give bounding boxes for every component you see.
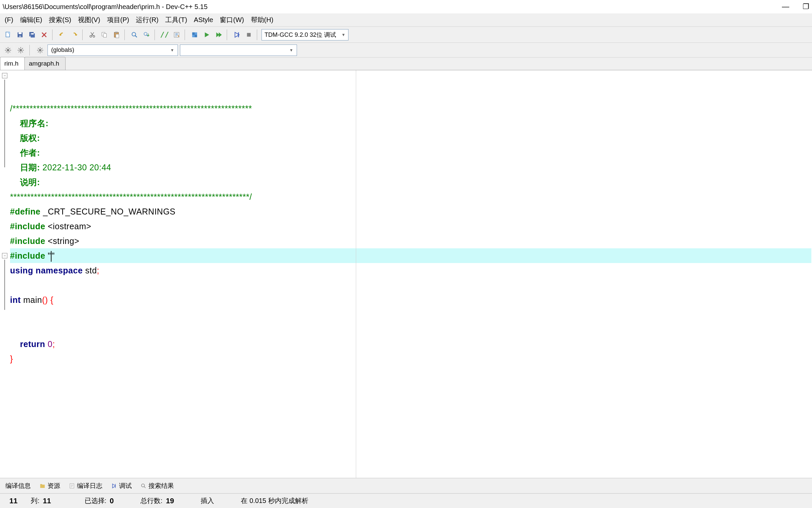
svg-point-25 [19,49,22,51]
svg-rect-27 [40,484,45,488]
status-line: 11 [3,497,24,505]
menu-window[interactable]: 窗口(W) [217,14,247,26]
bottom-tabs: 编译信息 资源 编译日志 调试 搜索结果 [0,478,812,493]
menu-tools[interactable]: 工具(T) [162,14,191,26]
status-total-lines: 总行数: 19 [134,496,181,505]
folder-icon [40,483,45,489]
paste-button[interactable] [111,30,122,40]
tab-compile-info[interactable]: 编译信息 [1,479,35,492]
globals-combo-label: (globals) [51,46,74,53]
svg-rect-4 [19,35,21,37]
menu-search[interactable]: 搜索(S) [45,14,75,26]
svg-point-24 [7,49,9,51]
toolbar-separator [52,30,54,40]
editor-area: − − /***********************************… [0,70,812,478]
menu-project[interactable]: 项目(P) [104,14,133,26]
toolbar-separator [82,30,84,40]
fold-line [4,80,5,167]
gear-button-1[interactable] [3,45,13,55]
menu-help[interactable]: 帮助(H) [247,14,277,26]
tab-debug[interactable]: 调试 [107,479,136,492]
replace-button[interactable] [141,30,152,40]
undo-button[interactable] [57,30,67,40]
toolbar-separator [257,30,259,40]
menu-edit[interactable]: 编辑(E) [17,14,46,26]
titlebar: \Users\86156\Documents\coll\program\head… [0,0,812,13]
minimize-button[interactable]: — [782,2,789,11]
uncomment-button[interactable] [171,30,182,40]
svg-rect-1 [8,32,10,34]
find-button[interactable] [129,30,140,40]
debug-button[interactable] [231,30,242,40]
toolbar-separator [227,30,229,40]
svg-point-26 [39,49,41,51]
svg-rect-7 [31,33,34,35]
toolbar-separator [30,45,32,55]
window-controls: — ❐ ✕ [782,0,809,13]
svg-rect-3 [18,32,21,34]
tab-search-results[interactable]: 搜索结果 [136,479,178,492]
log-icon [69,483,75,489]
compile-run-button[interactable] [213,30,224,40]
run-button[interactable] [201,30,212,40]
status-parse-time: 在 0.015 秒内完成解析 [234,496,315,505]
maximize-button[interactable]: ❐ [803,2,809,11]
menu-run[interactable]: 运行(R) [133,14,162,26]
toolbar-separator [185,30,187,40]
chevron-down-icon: ▼ [289,48,293,52]
menu-view[interactable]: 视图(V) [75,14,104,26]
gutter[interactable]: − − [0,70,9,478]
close-file-button[interactable] [39,30,49,40]
svg-rect-18 [192,32,195,35]
gear-button-2[interactable] [15,45,26,55]
tab-resources[interactable]: 资源 [36,479,64,492]
code-editor[interactable]: /***************************************… [9,70,812,478]
right-margin-line [356,70,356,478]
gear-button-3[interactable] [35,45,45,55]
save-all-button[interactable] [27,30,38,40]
svg-rect-11 [103,34,106,37]
menu-file[interactable]: (F) [1,15,17,25]
function-combo[interactable]: ▼ [180,44,297,56]
titlebar-path: \Users\86156\Documents\coll\program\head… [3,3,208,11]
svg-rect-19 [195,32,197,35]
menu-astyle[interactable]: AStyle [191,15,217,25]
toolbar-secondary: (globals) ▼ ▼ [0,43,812,57]
svg-rect-29 [115,484,116,488]
chevron-down-icon: ▼ [170,48,174,52]
fold-toggle-icon[interactable]: − [2,73,7,78]
comment-button[interactable]: // [159,30,170,40]
fold-toggle-icon[interactable]: − [2,253,7,258]
svg-rect-14 [116,34,119,38]
globals-combo[interactable]: (globals) ▼ [47,44,178,56]
compiler-select-label: TDM-GCC 9.2.0 32位 调试 [265,31,336,39]
redo-button[interactable] [69,30,80,40]
compiler-select[interactable]: TDM-GCC 9.2.0 32位 调试 ▼ [261,29,348,41]
chevron-down-icon: ▼ [341,33,345,37]
copy-button[interactable] [99,30,110,40]
tab-prim-h[interactable]: rim.h [0,57,25,70]
svg-rect-13 [115,32,117,33]
status-column: 列: 11 [24,496,57,505]
tab-amgraph-h[interactable]: amgraph.h [25,57,65,70]
svg-rect-20 [192,35,195,37]
cut-button[interactable] [87,30,98,40]
svg-rect-23 [247,33,251,37]
statusbar: 11 列: 11 已选择: 0 总行数: 19 插入 在 0.015 秒内完成解… [0,493,812,508]
status-insert-mode: 插入 [194,496,221,505]
compile-button[interactable] [189,30,200,40]
tabbar: rim.h amgraph.h [0,57,812,70]
toolbar-separator [154,30,156,40]
fold-line [4,260,5,310]
stop-button[interactable] [243,30,254,40]
tab-compile-log[interactable]: 编译日志 [65,479,106,492]
search-icon [140,483,146,489]
toolbar-separator [125,30,127,40]
save-button[interactable] [15,30,26,40]
debug-icon [111,483,117,489]
svg-rect-22 [238,32,239,37]
status-selected: 已选择: 0 [78,496,121,505]
new-file-button[interactable] [3,30,13,40]
toolbar-main: // TDM-GCC 9.2.0 32位 调试 ▼ [0,27,812,43]
menubar: (F) 编辑(E) 搜索(S) 视图(V) 项目(P) 运行(R) 工具(T) … [0,13,812,27]
